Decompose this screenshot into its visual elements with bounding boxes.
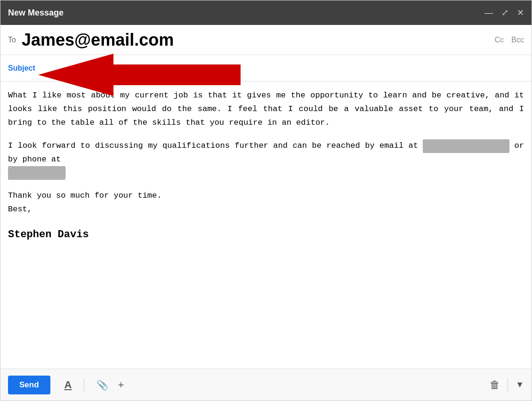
closing-text: Best, <box>8 205 32 214</box>
to-label: To <box>8 36 16 44</box>
trash-icon[interactable]: 🗑 <box>490 379 500 391</box>
toolbar-separator-2 <box>508 378 508 392</box>
add-icon[interactable]: + <box>118 379 124 391</box>
expand-button[interactable]: ⤢ <box>501 8 508 17</box>
toolbar-divider-1 <box>84 378 84 392</box>
more-options-icon[interactable]: ▼ <box>516 380 524 390</box>
to-address[interactable]: James@email.com <box>22 30 495 50</box>
compose-window: New Message — ⤢ ✕ To James@email.com Cc … <box>0 0 532 401</box>
attach-icon[interactable]: 📎 <box>97 379 108 391</box>
toolbar-right: 🗑 ▼ <box>490 378 524 392</box>
body-paragraph-3: Thank you so much for your time. Best, <box>8 189 524 217</box>
email-body[interactable]: What I like most about my current job is… <box>0 81 532 369</box>
signature: Stephen Davis <box>8 226 524 243</box>
thanks-text: Thank you so much for your time. <box>8 191 161 200</box>
format-icon[interactable]: A <box>64 379 72 391</box>
subject-label: Subject <box>8 64 35 72</box>
cc-bcc-controls: Cc Bcc <box>495 36 524 44</box>
send-button[interactable]: Send <box>8 376 50 394</box>
redacted-phone: ███ ███ ████ <box>8 166 65 180</box>
bcc-button[interactable]: Bcc <box>511 36 524 44</box>
paragraph2-before: I look forward to discussing my qualific… <box>8 141 423 150</box>
to-row: To James@email.com Cc Bcc <box>0 25 532 55</box>
minimize-button[interactable]: — <box>484 8 493 17</box>
redacted-email: ██████████████████ <box>423 139 509 153</box>
cc-button[interactable]: Cc <box>495 36 504 44</box>
subject-input[interactable] <box>41 64 524 72</box>
body-paragraph-2: I look forward to discussing my qualific… <box>8 139 524 180</box>
subject-row: Subject <box>0 55 532 81</box>
close-button[interactable]: ✕ <box>517 8 524 17</box>
window-controls: — ⤢ ✕ <box>484 8 524 17</box>
title-bar: New Message — ⤢ ✕ <box>0 0 532 25</box>
compose-toolbar: Send A 📎 + 🗑 ▼ <box>0 369 532 401</box>
body-text: What I like most about my current job is… <box>8 89 524 244</box>
window-title: New Message <box>8 8 64 18</box>
body-paragraph-1: What I like most about my current job is… <box>8 89 524 130</box>
